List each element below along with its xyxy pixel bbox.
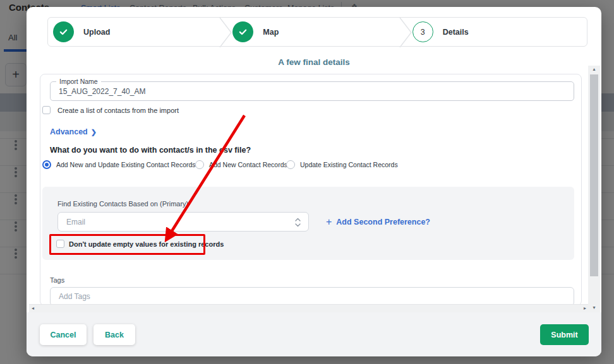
step-map-label: Map	[263, 28, 279, 37]
import-name-input[interactable]	[50, 81, 574, 101]
tags-input[interactable]	[50, 287, 574, 306]
radio-add-and-update[interactable]: Add New and Update Existing Contact Reco…	[42, 160, 196, 169]
radio-unselected-icon[interactable]	[195, 160, 204, 169]
primary-preference-value: Email	[66, 218, 85, 226]
details-form-card: Import Name Create a list of contacts fr…	[40, 74, 582, 306]
chevron-right-icon: ❯	[91, 128, 97, 136]
add-second-preference-label: Add Second Preference?	[336, 218, 430, 226]
import-name-label: Import Name	[56, 78, 101, 85]
horizontal-scrollbar[interactable]: ◂ ▸	[29, 304, 589, 312]
create-list-checkbox-row: Create a list of contacts from the impor…	[42, 106, 179, 114]
submit-button[interactable]: Submit	[540, 324, 589, 345]
create-list-checkbox-label: Create a list of contacts from the impor…	[57, 107, 179, 114]
back-button[interactable]: Back	[93, 324, 135, 345]
step-upload-check-icon	[53, 21, 74, 42]
dont-update-checkbox[interactable]	[56, 240, 64, 248]
scroll-right-icon[interactable]: ▸	[584, 306, 586, 311]
find-existing-panel: Find Existing Contacts Based on (Primary…	[42, 187, 574, 260]
modal-heading: A few final details	[27, 57, 601, 67]
import-name-field-wrap: Import Name	[50, 81, 574, 101]
tags-label: Tags	[50, 276, 64, 284]
vertical-scrollbar-thumb[interactable]	[590, 74, 598, 276]
dont-update-checkbox-label: Don't update empty values for existing r…	[69, 240, 224, 248]
radio-selected-icon[interactable]	[42, 160, 51, 169]
import-mode-question: What do you want to do with contact/s in…	[50, 146, 251, 155]
radio-add-new-label: Add New Contact Records	[209, 161, 287, 168]
radio-update-existing[interactable]: Update Existing Contact Records	[286, 160, 398, 169]
dont-update-checkbox-row: Don't update empty values for existing r…	[56, 240, 224, 248]
modal-footer: Cancel Back Submit	[27, 312, 601, 356]
step-details: 3 Details	[407, 18, 587, 46]
vertical-scrollbar[interactable]: ▴ ▾	[588, 66, 600, 315]
create-list-checkbox[interactable]	[42, 106, 51, 114]
radio-add-and-update-label: Add New and Update Existing Contact Reco…	[56, 161, 196, 168]
step-upload-label: Upload	[83, 28, 110, 37]
plus-icon: +	[326, 216, 332, 228]
import-stepper: Upload Map 3 Details	[47, 17, 587, 47]
step-map: Map	[227, 18, 407, 46]
import-details-modal: Upload Map 3 Details A few final details…	[27, 7, 601, 356]
radio-update-existing-label: Update Existing Contact Records	[300, 161, 398, 168]
step-details-label: Details	[443, 28, 469, 37]
radio-unselected-icon[interactable]	[286, 160, 295, 169]
primary-preference-select[interactable]: Email	[57, 212, 309, 232]
scroll-left-icon[interactable]: ◂	[32, 306, 34, 311]
add-second-preference-link[interactable]: + Add Second Preference?	[326, 212, 430, 232]
radio-add-new[interactable]: Add New Contact Records	[195, 160, 287, 169]
advanced-link-label: Advanced	[50, 127, 88, 136]
scroll-down-icon[interactable]: ▾	[588, 305, 600, 310]
find-existing-label: Find Existing Contacts Based on (Primary…	[57, 200, 188, 208]
select-updown-icon	[294, 217, 301, 228]
scroll-up-icon[interactable]: ▴	[588, 67, 600, 72]
step-details-number: 3	[412, 21, 433, 42]
advanced-link[interactable]: Advanced ❯	[50, 127, 97, 136]
step-map-check-icon	[232, 21, 253, 42]
cancel-button[interactable]: Cancel	[40, 324, 87, 345]
step-upload: Upload	[48, 18, 227, 46]
